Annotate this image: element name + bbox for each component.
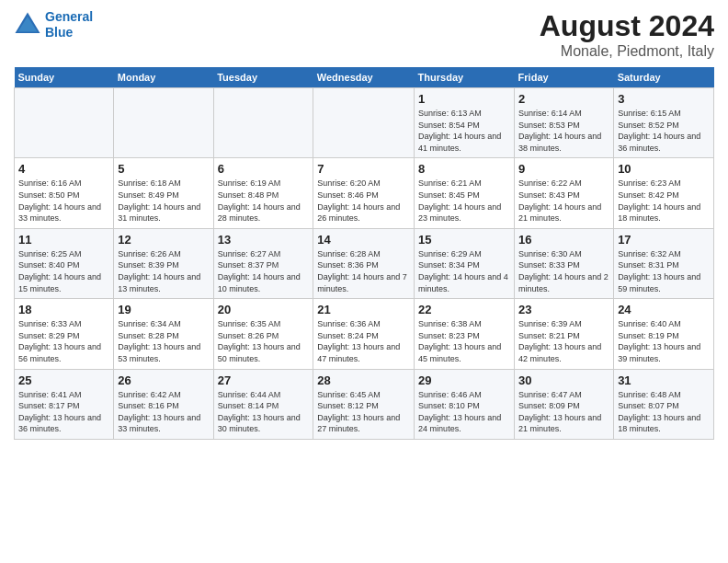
day-number: 27 (218, 373, 310, 387)
day-number: 24 (618, 303, 710, 316)
day-detail: Sunrise: 6:15 AMSunset: 8:52 PMDaylight:… (618, 108, 710, 154)
day-detail: Sunrise: 6:46 AMSunset: 8:10 PMDaylight:… (418, 389, 510, 435)
calendar-cell: 12Sunrise: 6:26 AMSunset: 8:39 PMDayligh… (114, 228, 213, 298)
day-number: 13 (218, 233, 310, 247)
calendar-cell: 26Sunrise: 6:42 AMSunset: 8:16 PMDayligh… (114, 369, 213, 439)
day-number: 6 (218, 162, 310, 176)
day-detail: Sunrise: 6:28 AMSunset: 8:36 PMDaylight:… (317, 248, 410, 294)
col-monday: Monday (114, 67, 213, 88)
day-detail: Sunrise: 6:16 AMSunset: 8:50 PMDaylight:… (18, 178, 109, 224)
calendar-cell: 7Sunrise: 6:20 AMSunset: 8:46 PMDaylight… (313, 158, 415, 228)
calendar-cell: 25Sunrise: 6:41 AMSunset: 8:17 PMDayligh… (15, 369, 114, 439)
day-detail: Sunrise: 6:23 AMSunset: 8:42 PMDaylight:… (618, 178, 710, 224)
calendar-cell: 11Sunrise: 6:25 AMSunset: 8:40 PMDayligh… (15, 228, 114, 298)
day-detail: Sunrise: 6:36 AMSunset: 8:24 PMDaylight:… (317, 318, 410, 364)
calendar-body: 1Sunrise: 6:13 AMSunset: 8:54 PMDaylight… (15, 88, 714, 440)
calendar-cell: 20Sunrise: 6:35 AMSunset: 8:26 PMDayligh… (213, 299, 313, 369)
logo-line1: General (45, 9, 93, 24)
calendar-week-row: 18Sunrise: 6:33 AMSunset: 8:29 PMDayligh… (15, 299, 714, 369)
day-detail: Sunrise: 6:19 AMSunset: 8:48 PMDaylight:… (218, 178, 310, 224)
day-detail: Sunrise: 6:30 AMSunset: 8:33 PMDaylight:… (518, 248, 609, 294)
calendar-cell (213, 88, 313, 158)
day-detail: Sunrise: 6:42 AMSunset: 8:16 PMDaylight:… (118, 389, 209, 435)
col-sunday: Sunday (15, 67, 114, 88)
day-number: 25 (18, 373, 109, 387)
calendar-cell: 16Sunrise: 6:30 AMSunset: 8:33 PMDayligh… (515, 228, 614, 298)
day-detail: Sunrise: 6:18 AMSunset: 8:49 PMDaylight:… (118, 178, 209, 224)
day-number: 7 (317, 162, 410, 176)
day-number: 29 (418, 373, 510, 387)
col-wednesday: Wednesday (313, 67, 415, 88)
calendar-subtitle: Monale, Piedmont, Italy (540, 43, 714, 60)
day-detail: Sunrise: 6:32 AMSunset: 8:31 PMDaylight:… (618, 248, 710, 294)
day-detail: Sunrise: 6:33 AMSunset: 8:29 PMDaylight:… (18, 318, 109, 364)
calendar-cell (15, 88, 114, 158)
calendar-cell: 18Sunrise: 6:33 AMSunset: 8:29 PMDayligh… (15, 299, 114, 369)
calendar-cell: 30Sunrise: 6:47 AMSunset: 8:09 PMDayligh… (515, 369, 614, 439)
day-detail: Sunrise: 6:13 AMSunset: 8:54 PMDaylight:… (418, 108, 510, 154)
calendar-cell: 13Sunrise: 6:27 AMSunset: 8:37 PMDayligh… (213, 228, 313, 298)
calendar-cell: 31Sunrise: 6:48 AMSunset: 8:07 PMDayligh… (614, 369, 714, 439)
calendar-cell: 9Sunrise: 6:22 AMSunset: 8:43 PMDaylight… (515, 158, 614, 228)
calendar-cell: 21Sunrise: 6:36 AMSunset: 8:24 PMDayligh… (313, 299, 415, 369)
col-tuesday: Tuesday (213, 67, 313, 88)
logo-text: General Blue (45, 9, 93, 40)
day-number: 14 (317, 233, 410, 247)
day-number: 2 (518, 92, 609, 106)
day-detail: Sunrise: 6:14 AMSunset: 8:53 PMDaylight:… (518, 108, 609, 154)
day-detail: Sunrise: 6:25 AMSunset: 8:40 PMDaylight:… (18, 248, 109, 294)
calendar-week-row: 4Sunrise: 6:16 AMSunset: 8:50 PMDaylight… (15, 158, 714, 228)
calendar-cell: 14Sunrise: 6:28 AMSunset: 8:36 PMDayligh… (313, 228, 415, 298)
calendar-cell: 15Sunrise: 6:29 AMSunset: 8:34 PMDayligh… (415, 228, 515, 298)
page-container: General Blue August 2024 Monale, Piedmon… (0, 0, 728, 449)
day-number: 10 (618, 162, 710, 176)
day-detail: Sunrise: 6:26 AMSunset: 8:39 PMDaylight:… (118, 248, 209, 294)
day-detail: Sunrise: 6:39 AMSunset: 8:21 PMDaylight:… (518, 318, 609, 364)
day-number: 18 (18, 303, 109, 316)
day-number: 28 (317, 373, 410, 387)
day-number: 19 (118, 303, 209, 316)
day-detail: Sunrise: 6:41 AMSunset: 8:17 PMDaylight:… (18, 389, 109, 435)
calendar-cell: 27Sunrise: 6:44 AMSunset: 8:14 PMDayligh… (213, 369, 313, 439)
day-detail: Sunrise: 6:35 AMSunset: 8:26 PMDaylight:… (218, 318, 310, 364)
calendar-cell: 28Sunrise: 6:45 AMSunset: 8:12 PMDayligh… (313, 369, 415, 439)
calendar-cell: 10Sunrise: 6:23 AMSunset: 8:42 PMDayligh… (614, 158, 714, 228)
day-number: 22 (418, 303, 510, 316)
day-number: 21 (317, 303, 410, 316)
day-detail: Sunrise: 6:20 AMSunset: 8:46 PMDaylight:… (317, 178, 410, 224)
col-friday: Friday (515, 67, 614, 88)
page-header: General Blue August 2024 Monale, Piedmon… (14, 9, 714, 60)
logo-line2: Blue (45, 25, 73, 40)
calendar-week-row: 1Sunrise: 6:13 AMSunset: 8:54 PMDaylight… (15, 88, 714, 158)
calendar-cell: 2Sunrise: 6:14 AMSunset: 8:53 PMDaylight… (515, 88, 614, 158)
logo: General Blue (14, 9, 93, 40)
calendar-cell: 19Sunrise: 6:34 AMSunset: 8:28 PMDayligh… (114, 299, 213, 369)
day-number: 30 (518, 373, 609, 387)
logo-icon (14, 11, 41, 39)
day-number: 12 (118, 233, 209, 247)
day-number: 11 (18, 233, 109, 247)
calendar-cell: 6Sunrise: 6:19 AMSunset: 8:48 PMDaylight… (213, 158, 313, 228)
col-saturday: Saturday (614, 67, 714, 88)
day-number: 15 (418, 233, 510, 247)
day-number: 3 (618, 92, 710, 106)
calendar-week-row: 11Sunrise: 6:25 AMSunset: 8:40 PMDayligh… (15, 228, 714, 298)
calendar-cell: 8Sunrise: 6:21 AMSunset: 8:45 PMDaylight… (415, 158, 515, 228)
day-number: 20 (218, 303, 310, 316)
calendar-cell: 5Sunrise: 6:18 AMSunset: 8:49 PMDaylight… (114, 158, 213, 228)
day-detail: Sunrise: 6:47 AMSunset: 8:09 PMDaylight:… (518, 389, 609, 435)
day-number: 9 (518, 162, 609, 176)
calendar-cell: 1Sunrise: 6:13 AMSunset: 8:54 PMDaylight… (415, 88, 515, 158)
calendar-cell (313, 88, 415, 158)
day-number: 17 (618, 233, 710, 247)
calendar-cell (114, 88, 213, 158)
calendar-title: August 2024 (540, 9, 714, 43)
day-number: 8 (418, 162, 510, 176)
calendar-cell: 29Sunrise: 6:46 AMSunset: 8:10 PMDayligh… (415, 369, 515, 439)
day-number: 16 (518, 233, 609, 247)
col-thursday: Thursday (415, 67, 515, 88)
day-number: 26 (118, 373, 209, 387)
day-detail: Sunrise: 6:22 AMSunset: 8:43 PMDaylight:… (518, 178, 609, 224)
calendar-week-row: 25Sunrise: 6:41 AMSunset: 8:17 PMDayligh… (15, 369, 714, 439)
day-number: 4 (18, 162, 109, 176)
